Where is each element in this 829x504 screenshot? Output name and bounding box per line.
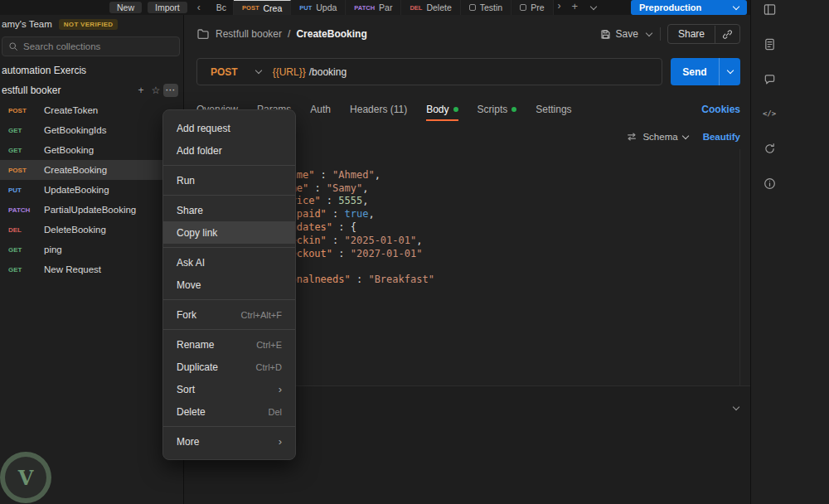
chevron-down-icon bbox=[733, 2, 739, 9]
request-tab-pre[interactable]: Pre bbox=[511, 0, 553, 15]
layout-icon[interactable] bbox=[763, 2, 776, 16]
menu-item-sort[interactable]: Sort› bbox=[163, 378, 295, 400]
menu-item-ask-ai[interactable]: Ask AI bbox=[163, 251, 295, 274]
modified-dot-icon bbox=[453, 107, 458, 112]
send-button[interactable]: Send bbox=[671, 58, 719, 85]
tab-auth[interactable]: Auth bbox=[310, 98, 331, 121]
menu-item-copy-link[interactable]: Copy link bbox=[163, 221, 295, 244]
menu-item-run[interactable]: Run bbox=[163, 169, 295, 191]
right-rail: </> bbox=[750, 0, 829, 504]
sidebar-request-createbooking[interactable]: POST CreateBooking bbox=[0, 160, 183, 180]
tab-box-icon bbox=[469, 4, 476, 11]
tab-scroll-left-icon[interactable]: ‹ bbox=[193, 2, 205, 13]
beautify-button[interactable]: Beautify bbox=[703, 132, 740, 142]
submenu-arrow-icon: › bbox=[279, 438, 282, 446]
menu-item-more[interactable]: More› bbox=[163, 430, 295, 453]
menu-divider bbox=[163, 299, 295, 300]
tab-scroll-right-icon[interactable]: › bbox=[554, 0, 565, 15]
comments-icon[interactable] bbox=[763, 72, 776, 85]
not-verified-badge: NOT VERIFIED bbox=[59, 19, 119, 30]
menu-divider bbox=[163, 329, 295, 330]
menu-item-add-request[interactable]: Add request bbox=[163, 117, 295, 139]
menu-divider bbox=[163, 247, 295, 248]
menu-divider bbox=[163, 426, 295, 427]
import-button[interactable]: Import bbox=[148, 2, 187, 13]
breadcrumb-separator: / bbox=[288, 28, 290, 40]
code-icon[interactable]: </> bbox=[763, 107, 776, 120]
info-icon[interactable] bbox=[763, 177, 776, 190]
breadcrumb: Restfull booker / CreateBooking Save Sha… bbox=[196, 23, 740, 45]
menu-item-share[interactable]: Share bbox=[163, 199, 295, 221]
search-icon bbox=[8, 41, 18, 51]
tab-list-icon[interactable] bbox=[584, 0, 603, 15]
breadcrumb-request: CreateBooking bbox=[296, 28, 366, 40]
request-tab-testing[interactable]: Testin bbox=[461, 0, 511, 15]
tab-headers[interactable]: Headers (11) bbox=[350, 98, 407, 121]
menu-item-duplicate[interactable]: DuplicateCtrl+D bbox=[163, 356, 295, 378]
tab-box-icon bbox=[520, 4, 526, 11]
send-group: Send bbox=[671, 58, 740, 85]
send-options-icon[interactable] bbox=[719, 58, 740, 85]
url-box: POST {{URL}} /booking bbox=[196, 58, 662, 85]
collection-context-menu: Add request Add folder Run Share Copy li… bbox=[162, 109, 296, 460]
schema-selector[interactable]: Schema bbox=[626, 131, 687, 143]
more-actions-icon[interactable]: ··· bbox=[163, 84, 178, 97]
sidebar-request-ping[interactable]: GET ping bbox=[0, 240, 183, 259]
url-input[interactable]: {{URL}} /booking bbox=[273, 66, 347, 78]
save-button[interactable]: Save bbox=[600, 28, 638, 40]
chevron-down-icon bbox=[681, 132, 688, 138]
menu-item-fork[interactable]: ForkCtrl+Alt+F bbox=[163, 303, 295, 326]
cookies-link[interactable]: Cookies bbox=[701, 104, 740, 115]
menu-item-add-folder[interactable]: Add folder bbox=[163, 139, 295, 162]
add-tab-icon[interactable]: + bbox=[565, 0, 585, 15]
collection-restfull-booker[interactable]: estfull booker + ☆ ··· bbox=[0, 80, 183, 100]
refresh-icon[interactable] bbox=[763, 142, 776, 155]
new-button[interactable]: New bbox=[109, 2, 142, 13]
request-tab-partial[interactable]: Bc bbox=[210, 0, 234, 15]
request-url-row: POST {{URL}} /booking Send bbox=[196, 58, 740, 85]
divider bbox=[660, 27, 661, 41]
chevron-down-icon bbox=[255, 67, 261, 74]
submenu-arrow-icon: › bbox=[279, 385, 282, 394]
search-box[interactable] bbox=[2, 36, 180, 56]
logo-watermark: V bbox=[0, 452, 51, 503]
expand-response-icon[interactable] bbox=[734, 398, 739, 413]
sidebar-request-getbookingids[interactable]: GET GetBookingIds bbox=[0, 120, 183, 140]
request-tab-updatebooking[interactable]: PUT Upda bbox=[291, 0, 346, 15]
tab-scripts[interactable]: Scripts bbox=[478, 98, 517, 121]
request-tab-createbooking[interactable]: POST Crea bbox=[234, 0, 291, 15]
menu-divider bbox=[163, 195, 295, 196]
collection-automation[interactable]: automation Exercis bbox=[0, 61, 183, 80]
star-icon[interactable]: ☆ bbox=[148, 84, 163, 97]
sidebar-request-partialupdatebooking[interactable]: PATCH PartialUpdateBooking bbox=[0, 200, 183, 220]
request-tab-partialupdate[interactable]: PATCH Par bbox=[346, 0, 401, 15]
save-icon bbox=[600, 29, 611, 40]
share-button[interactable]: Share bbox=[668, 25, 715, 43]
menu-item-rename[interactable]: RenameCtrl+E bbox=[163, 333, 295, 356]
sidebar-request-updatebooking[interactable]: PUT UpdateBooking bbox=[0, 180, 183, 200]
tab-settings[interactable]: Settings bbox=[536, 98, 571, 121]
copy-link-icon[interactable] bbox=[715, 26, 739, 43]
add-request-icon[interactable]: + bbox=[133, 84, 148, 97]
environment-selector[interactable]: Preproduction bbox=[631, 0, 747, 15]
documentation-icon[interactable] bbox=[763, 37, 776, 51]
breadcrumb-collection[interactable]: Restfull booker bbox=[216, 28, 282, 40]
sidebar-request-createtoken[interactable]: POST CreateToken bbox=[0, 100, 183, 120]
modified-dot-icon bbox=[511, 107, 516, 112]
sidebar-request-deletebooking[interactable]: DEL DeleteBooking bbox=[0, 220, 183, 240]
topbar: New Import ‹ Bc POST Crea PUT Upda PATCH… bbox=[0, 0, 750, 15]
schema-icon bbox=[626, 131, 638, 143]
team-selector[interactable]: amy's Team NOT VERIFIED bbox=[0, 16, 183, 32]
sidebar-request-getbooking[interactable]: GET GetBooking bbox=[0, 140, 183, 160]
menu-item-delete[interactable]: DeleteDel bbox=[163, 400, 295, 423]
sidebar-request-newrequest[interactable]: GET New Request bbox=[0, 259, 183, 279]
save-options-icon[interactable] bbox=[645, 33, 653, 36]
request-tab-delete[interactable]: DEL Delete bbox=[401, 0, 460, 15]
sidebar: amy's Team NOT VERIFIED automation Exerc… bbox=[0, 15, 184, 504]
share-group: Share bbox=[667, 24, 740, 44]
tab-body[interactable]: Body bbox=[426, 98, 458, 121]
search-input[interactable] bbox=[23, 41, 173, 51]
menu-item-move[interactable]: Move bbox=[163, 274, 295, 296]
method-selector[interactable]: POST bbox=[197, 66, 273, 78]
menu-divider bbox=[163, 165, 295, 166]
